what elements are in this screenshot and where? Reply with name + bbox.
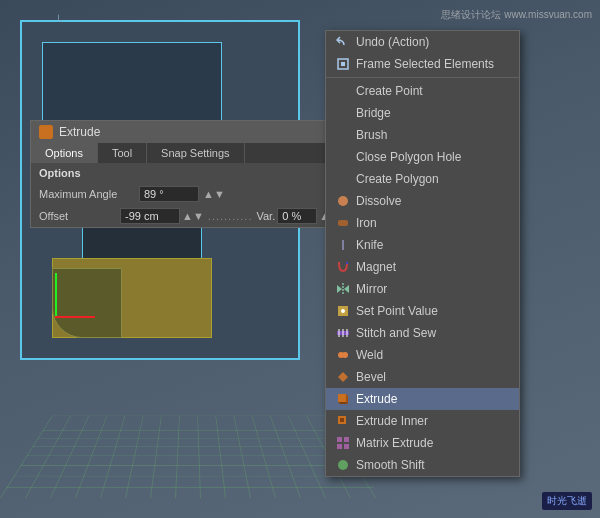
corner-lines: └: [55, 15, 62, 26]
menu-item-label: Magnet: [356, 260, 396, 274]
menu-item-knife[interactable]: Knife: [326, 234, 519, 256]
svg-point-2: [338, 196, 348, 206]
offset-row: Offset ▲▼ ........... Var. ▲▼: [31, 205, 349, 227]
context-menu: Undo (Action)Frame Selected ElementsCrea…: [325, 30, 520, 477]
svg-point-11: [341, 309, 345, 313]
empty-icon: [336, 84, 350, 98]
menu-item-label: Undo (Action): [356, 35, 429, 49]
svg-rect-19: [338, 394, 346, 402]
svg-rect-26: [337, 444, 342, 449]
svg-point-28: [338, 460, 348, 470]
empty-icon: [336, 128, 350, 142]
menu-item-close-polygon-hole[interactable]: Close Polygon Hole: [326, 146, 519, 168]
menu-item-label: Close Polygon Hole: [356, 150, 461, 164]
menu-item-frame-selected-elements[interactable]: Frame Selected Elements: [326, 53, 519, 75]
menu-item-label: Create Point: [356, 84, 423, 98]
svg-rect-27: [344, 444, 349, 449]
offset-stepper[interactable]: ▲▼: [182, 210, 204, 222]
menu-item-label: Set Point Value: [356, 304, 438, 318]
menu-divider: [326, 77, 519, 78]
menu-item-extrude-inner[interactable]: Extrude Inner: [326, 410, 519, 432]
svg-marker-4: [342, 240, 344, 250]
menu-item-label: Create Polygon: [356, 172, 439, 186]
menu-item-undo-(action)[interactable]: Undo (Action): [326, 31, 519, 53]
svg-marker-18: [338, 372, 348, 382]
magnet-icon: [336, 260, 350, 274]
extrude-panel-icon: [39, 125, 53, 139]
empty-icon: [336, 172, 350, 186]
menu-item-label: Bridge: [356, 106, 391, 120]
setpoint-icon: [336, 304, 350, 318]
extrude-icon: [336, 392, 350, 406]
menu-item-stitch-and-sew[interactable]: Stitch and Sew: [326, 322, 519, 344]
weld-icon: [336, 348, 350, 362]
matrix-icon: [336, 436, 350, 450]
menu-item-label: Weld: [356, 348, 383, 362]
svg-rect-1: [341, 62, 345, 66]
menu-item-create-point[interactable]: Create Point: [326, 80, 519, 102]
grid-floor: [0, 416, 380, 498]
knife-icon: [336, 238, 350, 252]
menu-item-label: Extrude Inner: [356, 414, 428, 428]
empty-icon: [336, 150, 350, 164]
max-angle-stepper[interactable]: ▲▼: [203, 188, 225, 200]
offset-label: Offset: [39, 210, 120, 222]
menu-item-label: Brush: [356, 128, 387, 142]
axis-x-line: [55, 316, 95, 318]
dissolve-icon: [336, 194, 350, 208]
extrude-panel-title-text: Extrude: [59, 125, 100, 139]
menu-item-label: Mirror: [356, 282, 387, 296]
extrude-tabs: Options Tool Snap Settings: [31, 143, 349, 163]
offset-dots: ...........: [208, 210, 253, 222]
menu-item-extrude[interactable]: Extrude: [326, 388, 519, 410]
max-angle-label: Maximum Angle: [39, 188, 139, 200]
menu-item-label: Matrix Extrude: [356, 436, 433, 450]
max-angle-row: Maximum Angle ▲▼: [31, 183, 349, 205]
watermark: 思绪设计论坛 www.missvuan.com: [441, 8, 592, 22]
menu-item-bridge[interactable]: Bridge: [326, 102, 519, 124]
menu-item-dissolve[interactable]: Dissolve: [326, 190, 519, 212]
iron-icon: [336, 216, 350, 230]
frame-icon: [336, 57, 350, 71]
menu-item-label: Dissolve: [356, 194, 401, 208]
var-input[interactable]: [277, 208, 317, 224]
menu-item-label: Knife: [356, 238, 383, 252]
offset-input[interactable]: [120, 208, 180, 224]
menu-item-smooth-shift[interactable]: Smooth Shift: [326, 454, 519, 476]
max-angle-input[interactable]: [139, 186, 199, 202]
tab-tool[interactable]: Tool: [98, 143, 147, 163]
svg-rect-23: [340, 418, 344, 422]
menu-item-label: Smooth Shift: [356, 458, 425, 472]
menu-item-label: Iron: [356, 216, 377, 230]
stitch-icon: [336, 326, 350, 340]
svg-rect-24: [337, 437, 342, 442]
var-label: Var.: [256, 210, 275, 222]
menu-item-brush[interactable]: Brush: [326, 124, 519, 146]
svg-marker-9: [344, 285, 349, 293]
tab-snap-settings[interactable]: Snap Settings: [147, 143, 245, 163]
extrude-panel: Extrude Options Tool Snap Settings Optio…: [30, 120, 350, 228]
menu-item-create-polygon[interactable]: Create Polygon: [326, 168, 519, 190]
extrudeinner-icon: [336, 414, 350, 428]
menu-item-set-point-value[interactable]: Set Point Value: [326, 300, 519, 322]
mirror-icon: [336, 282, 350, 296]
menu-item-bevel[interactable]: Bevel: [326, 366, 519, 388]
menu-item-matrix-extrude[interactable]: Matrix Extrude: [326, 432, 519, 454]
smooth-icon: [336, 458, 350, 472]
menu-item-label: Frame Selected Elements: [356, 57, 494, 71]
menu-item-mirror[interactable]: Mirror: [326, 278, 519, 300]
options-label: Options: [31, 163, 349, 183]
bevel-icon: [336, 370, 350, 384]
empty-icon: [336, 106, 350, 120]
badge: 时光飞逝: [542, 492, 592, 510]
menu-item-iron[interactable]: Iron: [326, 212, 519, 234]
menu-item-magnet[interactable]: Magnet: [326, 256, 519, 278]
menu-item-weld[interactable]: Weld: [326, 344, 519, 366]
tab-options[interactable]: Options: [31, 143, 98, 163]
svg-marker-7: [337, 285, 342, 293]
menu-item-label: Bevel: [356, 370, 386, 384]
undo-icon: [336, 35, 350, 49]
axis-y-line: [55, 273, 57, 318]
svg-rect-25: [344, 437, 349, 442]
menu-item-label: Extrude: [356, 392, 397, 406]
